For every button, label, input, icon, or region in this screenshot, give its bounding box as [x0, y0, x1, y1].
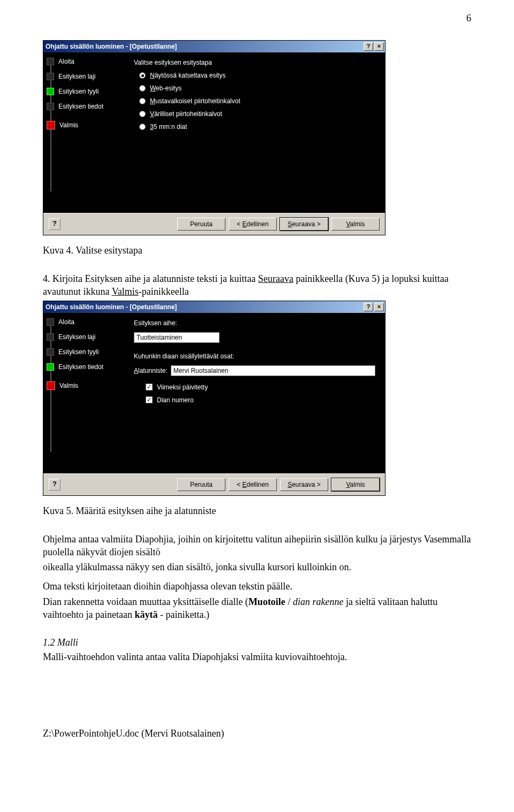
wizard-content: Esityksen aihe: Kuhunkin diaan sisällyte… [126, 313, 385, 473]
next-button[interactable]: Seuraava > [280, 218, 328, 231]
window-title: Ohjattu sisällön luominen - [Opetustilan… [46, 303, 177, 311]
help-icon[interactable]: ? [364, 42, 373, 51]
nav-step: Esityksen laji [58, 333, 95, 341]
nav-step: Esityksen laji [58, 73, 95, 80]
help-icon[interactable]: ? [364, 303, 373, 311]
paragraph: Malli-vaihtoehdon valinta antaa valita D… [43, 650, 471, 663]
radio-option[interactable]: Mustavalkoiset piirtoheitinkalvot [139, 97, 375, 105]
back-button[interactable]: < Edellinen [229, 478, 277, 491]
dialog-footer: ? Peruuta < Edellinen Seuraava > Valmis [43, 473, 385, 495]
radio-option[interactable]: Web-esitys [139, 85, 375, 92]
instruction-4: 4. Kirjoita Esityksen aihe ja alatunnist… [43, 272, 471, 298]
components-label: Kuhunkin diaan sisällytettävät osat: [134, 353, 375, 360]
radio-option[interactable]: Värilliset piirtoheitinkalvot [139, 110, 375, 118]
paragraph: Ohjelma antaa valmiita Diapohjia, joihin… [43, 533, 471, 559]
next-button[interactable]: Seuraava > [280, 478, 328, 491]
wizard-nav: Aloita Esityksen laji Esityksen tyyli Es… [43, 313, 126, 473]
titlebar: Ohjattu sisällön luominen - [Opetustilan… [43, 41, 385, 52]
back-button[interactable]: < Edellinen [229, 218, 277, 231]
section-heading: 1.2 Malli [43, 637, 471, 648]
paragraph: Oma teksti kirjoitetaan dioihin diapohja… [43, 580, 471, 593]
checkbox-slide-number[interactable]: Dian numero [146, 396, 375, 404]
nav-step: Valmis [59, 121, 78, 129]
nav-step: Aloita [58, 318, 74, 326]
paragraph: oikealla yläkulmassa näkyy sen dian sisä… [43, 561, 471, 573]
context-help-icon[interactable]: ? [49, 218, 61, 230]
nav-step: Esityksen tiedot [58, 363, 103, 371]
figure-caption: Kuva 4. Valitse esitystapa [43, 245, 471, 256]
wizard-nav: Aloita Esityksen laji Esityksen tyyli Es… [43, 52, 126, 213]
cancel-button[interactable]: Peruuta [177, 218, 225, 231]
footer-input[interactable] [171, 365, 375, 376]
figure-caption: Kuva 5. Määritä esityksen aihe ja alatun… [43, 505, 471, 517]
radio-option[interactable]: Näytössä katseltava esitys [139, 72, 375, 79]
finish-button[interactable]: Valmis [331, 218, 380, 231]
checkbox-last-updated[interactable]: Viimeksi päivitetty [146, 384, 375, 391]
nav-step: Esityksen tyyli [58, 348, 99, 356]
nav-step: Valmis [59, 382, 78, 389]
close-icon[interactable]: × [374, 303, 384, 311]
wizard-dialog-1: Ohjattu sisällön luominen - [Opetustilan… [43, 40, 386, 235]
titlebar: Ohjattu sisällön luominen - [Opetustilan… [43, 301, 385, 313]
document-footer: Z:\PowerPointohjeU.doc (Mervi Ruotsalain… [43, 728, 471, 739]
nav-step: Esityksen tiedot [58, 103, 103, 110]
radio-option[interactable]: 35 mm:n diat [139, 123, 375, 131]
paragraph: Dian rakennetta voidaan muuttaa yksittäi… [43, 595, 471, 622]
cancel-button[interactable]: Peruuta [177, 478, 225, 491]
finish-button[interactable]: Valmis [331, 478, 380, 491]
nav-step: Esityksen tyyli [58, 88, 99, 95]
group-label: Valitse esityksen esitystapa [134, 59, 375, 66]
wizard-content: Valitse esityksen esitystapa Näytössä ka… [126, 52, 385, 213]
nav-step: Aloita [58, 58, 74, 65]
footer-label: Alatunniste: [134, 367, 168, 374]
window-title: Ohjattu sisällön luominen - [Opetustilan… [46, 43, 177, 50]
close-icon[interactable]: × [374, 42, 384, 51]
page-number: 6 [43, 13, 471, 24]
topic-label: Esityksen aihe: [134, 319, 375, 327]
wizard-dialog-2: Ohjattu sisällön luominen - [Opetustilan… [43, 301, 386, 496]
dialog-footer: ? Peruuta < Edellinen Seuraava > Valmis [43, 213, 385, 235]
context-help-icon[interactable]: ? [49, 479, 61, 491]
topic-input[interactable] [134, 332, 220, 343]
